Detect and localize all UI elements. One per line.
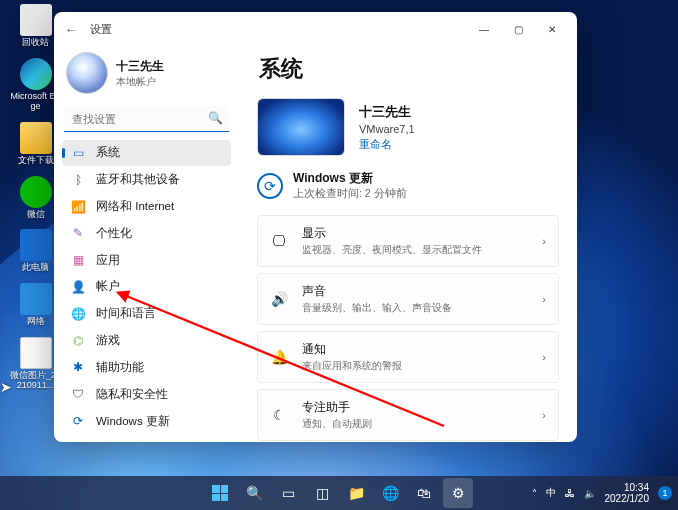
sidebar-item-apps[interactable]: ▦应用 — [62, 247, 231, 273]
system-tray: ˄ 中 🖧 🔈 10:34 2022/1/20 1 — [532, 482, 673, 505]
chevron-right-icon: › — [542, 235, 546, 247]
user-name: 十三先生 — [116, 58, 164, 75]
minimize-button[interactable]: — — [467, 15, 501, 43]
avatar — [66, 52, 108, 94]
close-button[interactable]: ✕ — [535, 15, 569, 43]
device-block: 十三先生 VMware7,1 重命名 — [257, 98, 559, 156]
taskbar-widgets[interactable]: ◫ — [307, 478, 337, 508]
sidebar-item-label: 时间和语言 — [96, 306, 156, 321]
accessibility-icon: ✱ — [70, 359, 86, 375]
bluetooth-icon: ᛒ — [70, 172, 86, 188]
desktop-icon-label: 网络 — [27, 317, 45, 327]
sidebar-item-label: 辅助功能 — [96, 360, 144, 375]
tray-volume-icon[interactable]: 🔈 — [584, 488, 596, 499]
tray-clock[interactable]: 10:34 2022/1/20 — [605, 482, 650, 505]
update-icon: ⟳ — [70, 413, 86, 429]
chevron-right-icon: › — [542, 351, 546, 363]
sidebar-item-accessibility[interactable]: ✱辅助功能 — [62, 355, 231, 381]
tile-sub: 音量级别、输出、输入、声音设备 — [302, 301, 528, 315]
start-button[interactable] — [205, 478, 235, 508]
tile-title: 通知 — [302, 341, 528, 358]
taskbar-store[interactable]: 🛍 — [409, 478, 439, 508]
tile-title: 专注助手 — [302, 399, 528, 416]
taskbar: 🔍 ▭ ◫ 📁 🌐 🛍 ⚙ ˄ 中 🖧 🔈 10:34 2022/1/20 1 — [0, 476, 678, 510]
display-icon: 🖵 — [270, 233, 288, 249]
sidebar-item-accounts[interactable]: 👤帐户 — [62, 274, 231, 300]
taskbar-edge[interactable]: 🌐 — [375, 478, 405, 508]
device-thumbnail — [257, 98, 345, 156]
page-heading: 系统 — [259, 54, 559, 84]
folder1-icon — [20, 122, 52, 154]
desktop-icon-label: 此电脑 — [22, 263, 49, 273]
tile-focus[interactable]: ☾专注助手通知、自动规则› — [257, 389, 559, 441]
tile-sub: 监视器、亮度、夜间模式、显示配置文件 — [302, 243, 528, 257]
accounts-icon: 👤 — [70, 279, 86, 295]
sidebar-item-label: 帐户 — [96, 279, 120, 294]
personalization-icon: ✎ — [70, 225, 86, 241]
gaming-icon: ⌬ — [70, 333, 86, 349]
sidebar-item-label: 蓝牙和其他设备 — [96, 172, 180, 187]
recycle-icon — [20, 4, 52, 36]
network-icon — [20, 283, 52, 315]
tile-title: 显示 — [302, 225, 528, 242]
tray-network-icon[interactable]: 🖧 — [565, 488, 575, 499]
window-title: 设置 — [90, 22, 112, 37]
tile-sub: 通知、自动规则 — [302, 417, 528, 431]
apps-icon: ▦ — [70, 252, 86, 268]
focus-icon: ☾ — [270, 407, 288, 423]
tray-chevron-icon[interactable]: ˄ — [532, 488, 537, 499]
time-icon: 🌐 — [70, 306, 86, 322]
sidebar-item-system[interactable]: ▭系统 — [62, 140, 231, 166]
tray-time: 10:34 — [605, 482, 650, 494]
system-icon: ▭ — [70, 145, 86, 161]
notifications-icon: 🔔 — [270, 349, 288, 365]
tray-notification-badge[interactable]: 1 — [658, 486, 672, 500]
taskbar-search[interactable]: 🔍 — [239, 478, 269, 508]
update-icon: ⟳ — [257, 173, 283, 199]
search-box: 🔍 — [64, 106, 229, 132]
nav-list: ▭系统ᛒ蓝牙和其他设备📶网络和 Internet✎个性化▦应用👤帐户🌐时间和语言… — [62, 140, 231, 434]
update-title: Windows 更新 — [293, 170, 407, 187]
tile-sound[interactable]: 🔊声音音量级别、输出、输入、声音设备› — [257, 273, 559, 325]
tray-date: 2022/1/20 — [605, 493, 650, 505]
user-block[interactable]: 十三先生 本地帐户 — [62, 46, 231, 104]
search-input[interactable] — [64, 106, 229, 132]
sound-icon: 🔊 — [270, 291, 288, 307]
desktop-icon-label: 微信 — [27, 210, 45, 220]
sidebar-item-bluetooth[interactable]: ᛒ蓝牙和其他设备 — [62, 167, 231, 193]
task-view[interactable]: ▭ — [273, 478, 303, 508]
tray-ime[interactable]: 中 — [546, 486, 556, 500]
taskbar-explorer[interactable]: 📁 — [341, 478, 371, 508]
main-panel: 系统 十三先生 VMware7,1 重命名 ⟳ Windows 更新 上次检查时… — [239, 46, 577, 442]
tile-notifications[interactable]: 🔔通知来自应用和系统的警报› — [257, 331, 559, 383]
device-model: VMware7,1 — [359, 123, 415, 135]
user-sub: 本地帐户 — [116, 75, 164, 89]
sidebar-item-privacy[interactable]: 🛡隐私和安全性 — [62, 381, 231, 407]
desktop-icon-label: 文件下载 — [18, 156, 54, 166]
update-row[interactable]: ⟳ Windows 更新 上次检查时间: 2 分钟前 — [257, 170, 559, 201]
privacy-icon: 🛡 — [70, 386, 86, 402]
rename-link[interactable]: 重命名 — [359, 137, 415, 152]
sidebar-item-update[interactable]: ⟳Windows 更新 — [62, 408, 231, 434]
sidebar-item-label: Windows 更新 — [96, 414, 170, 429]
tile-title: 声音 — [302, 283, 528, 300]
sidebar-item-time[interactable]: 🌐时间和语言 — [62, 301, 231, 327]
sidebar-item-gaming[interactable]: ⌬游戏 — [62, 328, 231, 354]
desktop-icon-label: 回收站 — [22, 38, 49, 48]
thispc-icon — [20, 229, 52, 261]
sidebar-item-network[interactable]: 📶网络和 Internet — [62, 194, 231, 220]
settings-window: ← 设置 — ▢ ✕ 十三先生 本地帐户 🔍 ▭系统ᛒ蓝牙和其他设备📶网络和 I… — [54, 12, 577, 442]
sidebar-item-label: 应用 — [96, 253, 120, 268]
taskbar-center: 🔍 ▭ ◫ 📁 🌐 🛍 ⚙ — [205, 478, 473, 508]
network-icon: 📶 — [70, 199, 86, 215]
edge-icon — [20, 58, 52, 90]
sidebar-item-label: 游戏 — [96, 333, 120, 348]
titlebar: ← 设置 — ▢ ✕ — [54, 12, 577, 46]
sidebar-item-label: 个性化 — [96, 226, 132, 241]
taskbar-settings[interactable]: ⚙ — [443, 478, 473, 508]
sidebar-item-personalization[interactable]: ✎个性化 — [62, 220, 231, 246]
sidebar-item-label: 网络和 Internet — [96, 199, 174, 214]
back-button[interactable]: ← — [62, 22, 80, 37]
tile-display[interactable]: 🖵显示监视器、亮度、夜间模式、显示配置文件› — [257, 215, 559, 267]
maximize-button[interactable]: ▢ — [501, 15, 535, 43]
